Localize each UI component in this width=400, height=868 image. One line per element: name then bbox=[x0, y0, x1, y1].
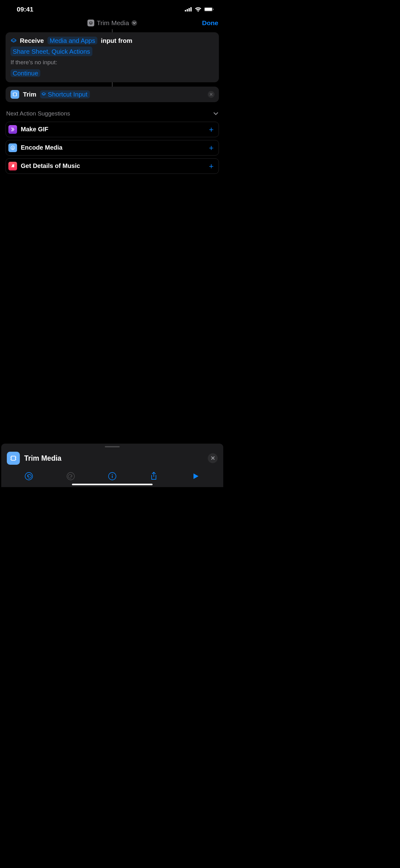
svg-rect-6 bbox=[213, 9, 214, 10]
svg-rect-7 bbox=[13, 93, 16, 96]
svg-rect-0 bbox=[185, 10, 186, 11]
source-token[interactable]: Share Sheet, Quick Actions bbox=[10, 46, 92, 57]
status-time: 09:41 bbox=[17, 6, 33, 13]
done-button[interactable]: Done bbox=[202, 19, 219, 27]
sheet-title: Trim Media bbox=[24, 454, 61, 463]
receive-action-card[interactable]: Receive Media and Apps input from Share … bbox=[6, 32, 219, 82]
chevron-down-icon[interactable] bbox=[131, 20, 137, 26]
clear-action-button[interactable]: ✕ bbox=[208, 91, 214, 98]
suggestion-make-gif[interactable]: Make GIF + bbox=[6, 122, 219, 137]
add-suggestion-button[interactable]: + bbox=[209, 143, 214, 152]
svg-rect-5 bbox=[205, 8, 212, 11]
shortcut-tile-icon bbox=[88, 20, 94, 26]
info-button[interactable] bbox=[107, 471, 118, 482]
svg-rect-10 bbox=[11, 456, 15, 460]
music-icon bbox=[8, 162, 17, 170]
svg-rect-2 bbox=[189, 8, 190, 11]
connector-line bbox=[112, 82, 112, 87]
suggestions-title: Next Action Suggestions bbox=[6, 110, 70, 117]
bottom-toolbar bbox=[1, 469, 223, 482]
svg-rect-15 bbox=[112, 475, 112, 478]
share-button[interactable] bbox=[148, 471, 159, 482]
receive-verb: Receive bbox=[20, 37, 44, 44]
add-suggestion-button[interactable]: + bbox=[209, 161, 214, 171]
trim-action-card[interactable]: Trim Shortcut Input ✕ bbox=[6, 87, 219, 102]
connector-line bbox=[112, 29, 112, 32]
search-sheet[interactable]: Trim Media ✕ bbox=[1, 444, 223, 487]
trim-icon bbox=[7, 452, 20, 465]
continue-token[interactable]: Continue bbox=[10, 69, 40, 77]
page-title: Trim Media bbox=[97, 19, 129, 27]
nav-bar: Trim Media Done bbox=[0, 17, 225, 29]
status-bar: 09:41 bbox=[0, 0, 225, 17]
undo-button[interactable] bbox=[24, 471, 34, 482]
suggestions-header[interactable]: Next Action Suggestions bbox=[6, 102, 219, 119]
svg-text:Q: Q bbox=[12, 146, 14, 149]
shortcut-glyph-icon bbox=[10, 38, 17, 44]
cellular-icon bbox=[185, 7, 192, 11]
suggestion-music-details[interactable]: Get Details of Music + bbox=[6, 158, 219, 174]
redo-button[interactable] bbox=[65, 471, 76, 482]
svg-rect-1 bbox=[187, 9, 188, 11]
nav-title-group[interactable]: Trim Media bbox=[88, 19, 137, 27]
svg-point-14 bbox=[112, 474, 113, 475]
trim-verb: Trim bbox=[23, 91, 36, 98]
status-right bbox=[185, 7, 214, 12]
wifi-icon bbox=[195, 7, 202, 12]
no-input-label: If there's no input: bbox=[10, 58, 214, 67]
gif-icon bbox=[8, 125, 17, 134]
trim-icon bbox=[10, 90, 19, 99]
suggestion-label: Get Details of Music bbox=[21, 162, 80, 169]
variable-glyph-icon bbox=[41, 92, 46, 97]
close-sheet-button[interactable]: ✕ bbox=[208, 453, 218, 463]
svg-rect-3 bbox=[190, 7, 192, 11]
suggestion-encode-media[interactable]: Q Encode Media + bbox=[6, 140, 219, 156]
add-suggestion-button[interactable]: + bbox=[209, 124, 214, 134]
battery-icon bbox=[204, 7, 214, 11]
editor-canvas: Receive Media and Apps input from Share … bbox=[0, 29, 225, 174]
sheet-grabber[interactable] bbox=[105, 446, 120, 447]
receive-suffix: input from bbox=[101, 37, 132, 44]
sheet-header: Trim Media ✕ bbox=[1, 451, 223, 469]
input-type-token[interactable]: Media and Apps bbox=[47, 37, 97, 44]
suggestion-label: Make GIF bbox=[21, 126, 48, 133]
run-button[interactable] bbox=[190, 471, 201, 482]
encode-icon: Q bbox=[8, 144, 17, 152]
shortcut-input-token[interactable]: Shortcut Input bbox=[40, 90, 90, 98]
home-indicator[interactable] bbox=[72, 484, 153, 485]
chevron-down-icon bbox=[213, 112, 218, 115]
suggestion-label: Encode Media bbox=[21, 144, 62, 151]
